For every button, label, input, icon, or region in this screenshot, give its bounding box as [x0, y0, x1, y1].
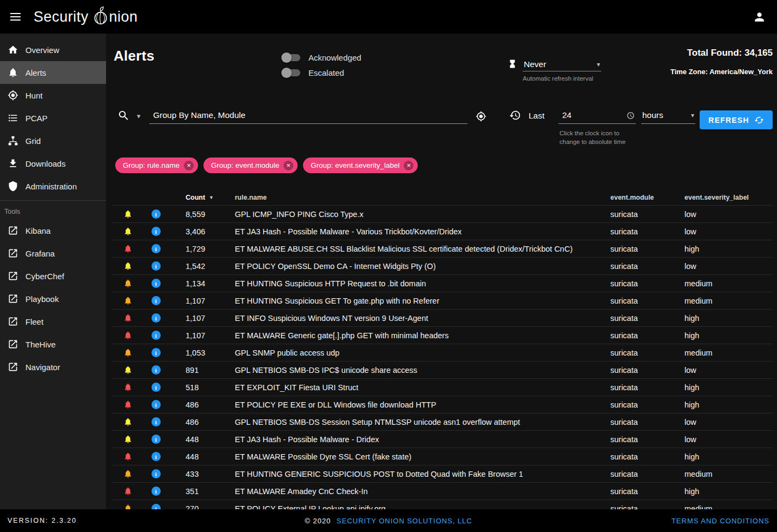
column-header-rule-name[interactable]: rule.name	[221, 194, 610, 201]
external-link-icon	[8, 271, 18, 281]
alert-row[interactable]: 486 ET POLICY PE EXE or DLL Windows file…	[113, 396, 773, 413]
info-icon[interactable]	[152, 296, 161, 305]
alert-bell-icon[interactable]	[123, 261, 133, 271]
alert-bell-icon[interactable]	[123, 452, 133, 461]
sidebar-item-pcap[interactable]: PCAP	[0, 107, 106, 129]
info-icon[interactable]	[152, 279, 161, 288]
refresh-interval-select[interactable]: Never ▾	[523, 57, 601, 71]
sidebar-item-cyberchef[interactable]: CyberChef	[0, 265, 106, 287]
info-icon[interactable]	[152, 331, 161, 340]
sidebar-item-administration[interactable]: Administration	[0, 175, 106, 198]
toggle-switch[interactable]	[282, 69, 300, 76]
info-icon[interactable]	[152, 400, 161, 409]
alert-row[interactable]: 1,107 ET MALWARE Generic gate[.].php GET…	[113, 327, 773, 344]
info-icon[interactable]	[152, 383, 161, 392]
alert-bell-icon[interactable]	[123, 365, 133, 375]
info-icon[interactable]	[152, 365, 161, 375]
chip-close-icon[interactable]: ×	[284, 161, 293, 170]
alert-row[interactable]: 1,134 ET HUNTING Suspicious HTTP Request…	[113, 275, 773, 292]
info-icon[interactable]	[152, 435, 161, 444]
crosshair-icon[interactable]	[476, 111, 486, 122]
chip-close-icon[interactable]: ×	[184, 161, 194, 170]
alert-row[interactable]: 1,542 ET POLICY OpenSSL Demo CA - Intern…	[113, 258, 773, 275]
user-avatar-button[interactable]	[750, 8, 768, 26]
alert-row[interactable]: 518 ET EXPLOIT_KIT Fiesta URI Struct sur…	[113, 379, 773, 396]
query-history-chevron-icon[interactable]: ▾	[137, 112, 141, 120]
info-icon[interactable]	[152, 313, 161, 323]
alert-bell-icon[interactable]	[123, 279, 133, 288]
alert-row[interactable]: 8,559 GPL ICMP_INFO PING Cisco Type.x su…	[113, 206, 773, 223]
alert-bell-icon[interactable]	[123, 331, 133, 340]
column-header-event-module[interactable]: event.module	[610, 194, 684, 201]
info-icon[interactable]	[152, 452, 161, 461]
sidebar-item-fleet[interactable]: Fleet	[0, 310, 106, 333]
sidebar-item-navigator[interactable]: Navigator	[0, 356, 106, 378]
sidebar-item-kibana[interactable]: Kibana	[0, 219, 106, 242]
toggle-switch[interactable]	[282, 54, 300, 61]
group-filter-chip[interactable]: Group: event.module ×	[203, 157, 298, 173]
info-icon[interactable]	[152, 209, 161, 219]
alert-bell-icon[interactable]	[123, 313, 133, 323]
duration-value-input[interactable]	[558, 107, 627, 123]
column-header-count[interactable]: Count ▼	[169, 194, 221, 201]
sidebar-item-overview[interactable]: Overview	[0, 38, 106, 61]
alert-bell-icon[interactable]	[123, 435, 133, 444]
sidebar-item-grafana[interactable]: Grafana	[0, 242, 106, 265]
alert-bell-icon[interactable]	[123, 504, 133, 509]
alert-bell-icon[interactable]	[123, 469, 133, 478]
sidebar-item-hunt[interactable]: Hunt	[0, 84, 106, 107]
menu-toggle-button[interactable]	[0, 0, 30, 34]
info-icon[interactable]	[152, 487, 161, 496]
alert-bell-icon[interactable]	[123, 244, 133, 253]
alert-bell-icon[interactable]	[123, 400, 133, 409]
alert-row[interactable]: 433 ET HUNTING GENERIC SUSPICIOUS POST t…	[113, 465, 773, 483]
sidebar-item-grid[interactable]: Grid	[0, 129, 106, 152]
alert-row[interactable]: 1,729 ET MALWARE ABUSE.CH SSL Blacklist …	[113, 240, 773, 258]
alert-bell-icon[interactable]	[123, 487, 133, 496]
search-query-input[interactable]	[149, 107, 467, 123]
sidebar-item-downloads[interactable]: Downloads	[0, 152, 106, 175]
chip-close-icon[interactable]: ×	[404, 161, 413, 170]
acknowledged-toggle[interactable]: Acknowledged	[282, 50, 361, 65]
alert-bell-icon[interactable]	[123, 209, 133, 219]
info-icon[interactable]	[152, 227, 161, 236]
alert-bell-icon[interactable]	[123, 348, 133, 357]
info-icon[interactable]	[152, 261, 161, 271]
sort-desc-icon[interactable]: ▼	[209, 195, 214, 200]
escalated-toggle[interactable]: Escalated	[282, 65, 361, 80]
alert-count: 891	[169, 366, 221, 375]
alert-row[interactable]: 1,053 GPL SNMP public access udp suricat…	[113, 344, 773, 362]
info-icon[interactable]	[152, 504, 161, 509]
alert-row[interactable]: 486 GPL NETBIOS SMB-DS Session Setup NTM…	[113, 413, 773, 431]
home-icon	[8, 44, 18, 55]
sidebar-item-playbook[interactable]: Playbook	[0, 287, 106, 310]
alert-row[interactable]: 891 GPL NETBIOS SMB-DS IPC$ unicode shar…	[113, 362, 773, 379]
info-icon[interactable]	[152, 348, 161, 357]
alert-row[interactable]: 1,107 ET INFO Suspicious Windows NT vers…	[113, 310, 773, 327]
group-filter-chip[interactable]: Group: rule.name ×	[115, 157, 198, 173]
terms-link[interactable]: TERMS AND CONDITIONS	[671, 517, 777, 525]
info-icon[interactable]	[152, 469, 161, 478]
duration-unit-select[interactable]: hours ▾	[641, 107, 695, 124]
alert-row[interactable]: 351 ET MALWARE Amadey CnC Check-In suric…	[113, 483, 773, 500]
alert-bell-icon[interactable]	[123, 417, 133, 426]
column-header-severity[interactable]: event.severity_label	[684, 194, 773, 201]
alert-bell-icon[interactable]	[123, 227, 133, 236]
info-icon[interactable]	[152, 244, 161, 253]
sidebar-item-alerts[interactable]: Alerts	[0, 61, 106, 84]
alert-row[interactable]: 448 ET MALWARE Possible Dyre SSL Cert (f…	[113, 448, 773, 465]
alert-bell-icon[interactable]	[123, 383, 133, 392]
alert-row[interactable]: 3,406 ET JA3 Hash - Possible Malware - V…	[113, 223, 773, 240]
info-icon[interactable]	[152, 417, 161, 426]
history-icon[interactable]	[509, 109, 521, 121]
alert-severity-label: medium	[684, 279, 773, 288]
alert-bell-icon[interactable]	[123, 296, 133, 305]
solutions-link[interactable]: SECURITY ONION SOLUTIONS, LLC	[337, 517, 472, 525]
sidebar-item-thehive[interactable]: TheHive	[0, 333, 106, 356]
group-filter-chip[interactable]: Group: event.severity_label ×	[303, 157, 418, 173]
alert-row[interactable]: 270 ET POLICY External IP Lookup api.ipi…	[113, 500, 773, 509]
clock-icon[interactable]	[627, 111, 635, 120]
alert-row[interactable]: 1,107 ET HUNTING Suspicious GET To gate.…	[113, 292, 773, 310]
refresh-button[interactable]: REFRESH	[700, 110, 773, 129]
alert-row[interactable]: 448 ET JA3 Hash - Possible Malware - Dri…	[113, 431, 773, 448]
